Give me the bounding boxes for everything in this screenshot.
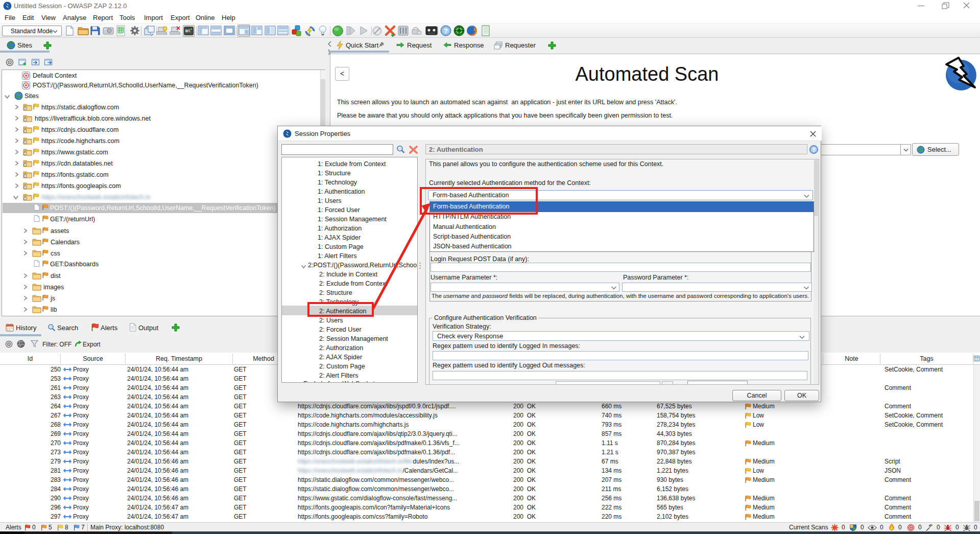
svg-text:BT.: BT. [185,29,191,33]
svg-text:?: ? [444,27,448,35]
